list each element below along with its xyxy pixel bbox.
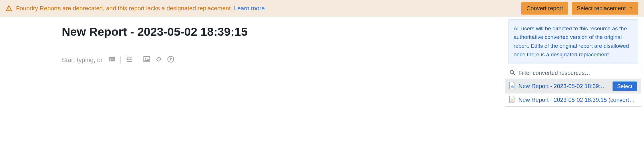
chart-document-icon (509, 82, 515, 90)
widget-icon[interactable] (126, 56, 133, 64)
svg-rect-9 (511, 101, 513, 102)
filter-input[interactable] (518, 70, 637, 76)
svg-rect-3 (511, 86, 511, 88)
deprecation-banner: Foundry Reports are deprecated, and this… (0, 0, 644, 17)
svg-rect-6 (511, 98, 514, 98)
main-area: New Report - 2023-05-02 18:39:15 Start t… (0, 17, 644, 107)
editor-area: New Report - 2023-05-02 18:39:15 Start t… (0, 17, 505, 64)
link-icon[interactable] (155, 56, 162, 64)
result-item[interactable]: New Report - 2023-05-02 18:39:15 (conver… (505, 79, 641, 94)
svg-rect-8 (511, 100, 514, 100)
page-title: New Report - 2023-05-02 18:39:15 (62, 25, 505, 39)
convert-report-button[interactable]: Convert report (521, 2, 568, 15)
banner-text-content: Foundry Reports are deprecated, and this… (16, 5, 234, 11)
svg-rect-5 (513, 87, 513, 88)
banner-content: Foundry Reports are deprecated, and this… (6, 5, 517, 12)
table-icon[interactable] (108, 56, 115, 64)
banner-actions: Convert report Select replacement (521, 2, 638, 15)
result-label: New Report - 2023-05-02 18:39:15 (conver… (518, 97, 637, 103)
search-row (505, 67, 641, 79)
search-icon (509, 69, 516, 77)
image-icon[interactable] (143, 56, 150, 64)
select-replacement-label: Select replacement (577, 5, 626, 12)
info-box: All users will be directed to this resou… (508, 19, 638, 64)
result-label: New Report - 2023-05-02 18:39:15 (conver… (518, 83, 609, 90)
upload-icon[interactable] (167, 56, 174, 64)
caret-down-icon (629, 5, 633, 12)
select-replacement-button[interactable]: Select replacement (572, 2, 638, 15)
result-list: New Report - 2023-05-02 18:39:15 (conver… (505, 79, 641, 106)
banner-message: Foundry Reports are deprecated, and this… (16, 5, 265, 12)
svg-rect-4 (512, 85, 512, 88)
divider (120, 56, 121, 64)
divider (138, 56, 138, 64)
svg-point-1 (145, 58, 146, 59)
learn-more-link[interactable]: Learn more (234, 5, 265, 11)
replacement-dropdown-panel: All users will be directed to this resou… (505, 17, 641, 107)
prompt-text: Start typing, or (62, 56, 103, 64)
text-document-icon (509, 96, 515, 104)
editor-toolbar (108, 56, 174, 64)
select-button[interactable]: Select (613, 82, 637, 91)
result-item[interactable]: New Report - 2023-05-02 18:39:15 (conver… (505, 94, 641, 106)
editor-prompt: Start typing, or (62, 56, 505, 64)
svg-rect-7 (511, 99, 514, 99)
warning-icon (6, 5, 12, 12)
